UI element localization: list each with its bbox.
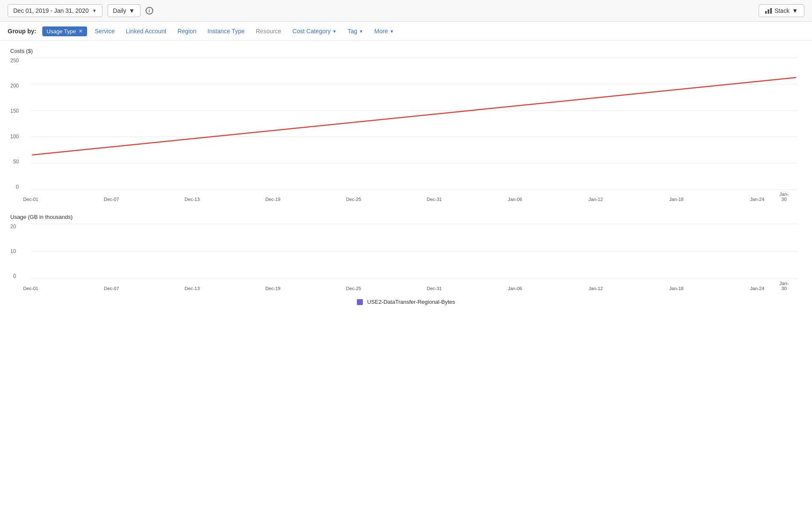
costs-bars: [31, 58, 797, 190]
group-by-bar: Group by: Usage Type ✕ Service Linked Ac…: [0, 22, 812, 41]
group-link-tag[interactable]: Tag ▼: [344, 26, 366, 36]
stack-button[interactable]: Stack ▼: [759, 4, 804, 17]
costs-y-label: Costs ($): [10, 48, 802, 54]
usage-x-axis-label: Jan-18: [669, 286, 684, 291]
y-tick-0: 0: [16, 184, 19, 190]
x-axis-label: Jan-24: [750, 197, 765, 202]
info-icon[interactable]: i: [146, 7, 153, 15]
usage-x-axis: Dec-01Dec-07Dec-13Dec-19Dec-25Dec-31Jan-…: [31, 280, 797, 292]
stack-label: Stack: [774, 7, 789, 14]
y-tick-100: 100: [10, 134, 19, 140]
remove-group-icon[interactable]: ✕: [79, 28, 83, 34]
top-bar: Dec 01, 2019 - Jan 31, 2020 ▼ Daily ▼ i …: [0, 0, 812, 22]
more-text: More: [374, 28, 388, 35]
usage-y-tick-10: 10: [10, 248, 16, 254]
granularity-picker[interactable]: Daily ▼: [108, 4, 140, 17]
x-axis-label: Dec-07: [104, 197, 119, 202]
usage-bars: [31, 224, 797, 279]
legend-text: USE2-DataTransfer-Regional-Bytes: [367, 299, 455, 305]
x-axis-label: Jan-30: [777, 192, 791, 202]
x-axis-label: Dec-31: [427, 197, 442, 202]
usage-x-axis-label: Dec-07: [104, 286, 119, 291]
svg-rect-1: [768, 9, 769, 14]
cost-category-chevron: ▼: [332, 29, 336, 34]
date-picker-chevron: ▼: [92, 8, 97, 13]
date-range-picker[interactable]: Dec 01, 2019 - Jan 31, 2020 ▼: [8, 4, 102, 17]
cost-category-text: Cost Category: [292, 28, 330, 35]
tag-text: Tag: [348, 28, 357, 35]
usage-y-tick-20: 20: [10, 224, 16, 230]
x-axis-label: Dec-25: [346, 197, 361, 202]
usage-x-axis-label: Jan-06: [508, 286, 522, 291]
granularity-chevron: ▼: [129, 7, 135, 14]
usage-x-axis-label: Dec-25: [346, 286, 361, 291]
x-axis-label: Dec-01: [23, 197, 38, 202]
more-chevron: ▼: [390, 29, 394, 34]
costs-x-axis: Dec-01Dec-07Dec-13Dec-19Dec-25Dec-31Jan-…: [31, 191, 797, 203]
top-bar-left: Dec 01, 2019 - Jan 31, 2020 ▼ Daily ▼ i: [8, 4, 153, 17]
usage-x-axis-label: Jan-12: [589, 286, 603, 291]
active-group-tag[interactable]: Usage Type ✕: [42, 26, 87, 36]
active-group-text: Usage Type: [47, 28, 76, 35]
y-tick-50: 50: [13, 159, 19, 165]
y-tick-150: 150: [10, 108, 19, 114]
y-tick-250: 250: [10, 58, 19, 64]
costs-chart-area: 250 200 150 100 50 0: [31, 58, 797, 203]
usage-x-axis-label: Dec-13: [184, 286, 199, 291]
usage-x-axis-label: Dec-19: [265, 286, 280, 291]
usage-y-tick-0: 0: [13, 273, 16, 279]
group-link-cost-category[interactable]: Cost Category ▼: [289, 26, 340, 36]
x-axis-label: Jan-06: [508, 197, 522, 202]
date-range-text: Dec 01, 2019 - Jan 31, 2020: [13, 7, 89, 14]
x-axis-label: Dec-19: [265, 197, 280, 202]
svg-rect-0: [765, 11, 767, 14]
legend-area: USE2-DataTransfer-Regional-Bytes: [0, 292, 812, 308]
svg-rect-2: [770, 8, 772, 14]
usage-section: Usage (GB in thousands) 20 10 0 Dec-01De…: [0, 207, 812, 292]
granularity-text: Daily: [113, 7, 126, 14]
costs-section: Costs ($) 250 200 150 100 50 0: [0, 41, 812, 203]
usage-y-axis: 20 10 0: [10, 224, 18, 279]
group-link-linked-account[interactable]: Linked Account: [123, 26, 170, 36]
group-link-service[interactable]: Service: [91, 26, 118, 36]
y-tick-200: 200: [10, 83, 19, 89]
stack-chart-icon: [765, 8, 772, 14]
group-by-label: Group by:: [8, 28, 36, 35]
stack-chevron: ▼: [792, 7, 798, 14]
usage-chart-area: 20 10 0 Dec-01Dec-07Dec-13Dec-19Dec-25De…: [31, 224, 797, 292]
legend-swatch: [357, 299, 363, 305]
x-axis-label: Jan-12: [589, 197, 603, 202]
costs-chart-container: 250 200 150 100 50 0: [10, 58, 802, 203]
usage-y-label: Usage (GB in thousands): [10, 214, 802, 220]
x-axis-label: Dec-13: [184, 197, 199, 202]
group-link-more[interactable]: More ▼: [371, 26, 397, 36]
usage-x-axis-label: Jan-24: [750, 286, 765, 291]
x-axis-label: Jan-18: [669, 197, 684, 202]
group-link-resource[interactable]: Resource: [252, 26, 285, 36]
usage-x-axis-label: Dec-01: [23, 286, 38, 291]
usage-x-axis-label: Jan-30: [777, 281, 791, 291]
tag-chevron: ▼: [359, 29, 363, 34]
group-link-region[interactable]: Region: [174, 26, 200, 36]
costs-y-axis: 250 200 150 100 50 0: [10, 58, 21, 190]
usage-chart-container: 20 10 0 Dec-01Dec-07Dec-13Dec-19Dec-25De…: [10, 224, 802, 292]
group-link-instance-type[interactable]: Instance Type: [204, 26, 248, 36]
usage-x-axis-label: Dec-31: [427, 286, 442, 291]
